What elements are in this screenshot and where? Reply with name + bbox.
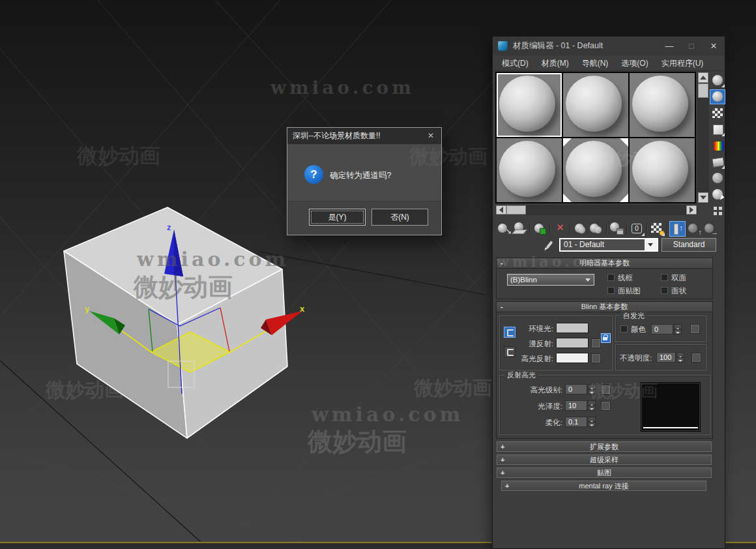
wire-checkbox[interactable] — [607, 274, 615, 281]
put-to-library-button[interactable] — [609, 221, 625, 237]
shader-type-dropdown[interactable]: (B)Blinn — [507, 274, 594, 286]
plane-icon — [512, 230, 527, 234]
extended-params-rollout[interactable]: + 扩展参数 — [497, 441, 712, 452]
diffuse-color-swatch[interactable] — [556, 338, 589, 348]
face-map-checkbox[interactable] — [607, 287, 615, 294]
two-sided-checkbox[interactable] — [661, 274, 668, 281]
sample-type-button[interactable] — [710, 73, 725, 88]
faceted-checkbox[interactable] — [661, 287, 668, 294]
material-id-channel-button[interactable]: 0 — [629, 221, 645, 237]
self-illum-map-button[interactable] — [690, 324, 700, 334]
specular-level-field[interactable]: 0 — [565, 384, 587, 394]
ambient-diffuse-padlock-icon[interactable] — [601, 333, 611, 343]
material-toolbar: ↘ ✕ 0 ↑ ↑ → — [495, 220, 722, 237]
horizontal-scroll-thumb[interactable] — [506, 205, 526, 215]
show-end-result-button[interactable]: ↑ — [669, 221, 686, 237]
material-map-navigator-button[interactable] — [710, 203, 725, 218]
blinn-rollout-title: Blinn 基本参数 — [581, 303, 628, 310]
menu-navigation[interactable]: 导航(N) — [575, 56, 615, 70]
expand-icon: + — [505, 481, 509, 490]
sample-slot-6[interactable] — [630, 138, 695, 202]
material-type-button[interactable]: Standard — [662, 238, 716, 252]
background-button[interactable] — [710, 106, 725, 121]
dialog-close-button[interactable]: ✕ — [424, 128, 437, 144]
show-material-in-viewport-button[interactable] — [649, 221, 665, 237]
wire-label: 线框 — [618, 273, 633, 283]
ambient-color-swatch[interactable] — [556, 323, 589, 333]
material-name-dropdown[interactable]: 01 - Default — [559, 238, 658, 252]
self-illum-spinner[interactable] — [674, 324, 682, 334]
opacity-value-field[interactable]: 100 — [656, 352, 676, 363]
scroll-right-button[interactable] — [686, 205, 697, 215]
self-illum-value-field[interactable]: 0 — [651, 324, 673, 334]
titlebar[interactable]: 材质编辑器 - 01 - Default — □ ✕ — [493, 37, 725, 56]
self-illum-checkbox[interactable] — [620, 325, 628, 333]
shader-rollout-header[interactable]: - 明暗器基本参数 — [496, 258, 713, 269]
reset-map-material-button[interactable]: ✕ — [552, 221, 568, 237]
right-arrow-icon — [690, 207, 693, 213]
get-material-button[interactable]: ↘ — [495, 221, 512, 237]
menu-material[interactable]: 材质(M) — [535, 56, 575, 70]
scroll-left-button[interactable] — [496, 205, 506, 215]
scroll-down-button[interactable] — [698, 192, 708, 203]
video-color-check-button[interactable] — [710, 138, 725, 153]
opacity-map-button[interactable] — [691, 353, 701, 363]
menu-utilities[interactable]: 实用程序(U) — [655, 56, 710, 70]
soften-field[interactable]: 0.1 — [565, 417, 587, 427]
blinn-rollout-header[interactable]: - Blinn 基本参数 — [496, 301, 713, 312]
dialog-titlebar[interactable]: 深圳--不论场景材质数量!! ✕ — [287, 128, 441, 144]
supersampling-rollout[interactable]: + 超级采样 — [497, 454, 712, 465]
sample-slot-5-in-scene[interactable] — [563, 138, 628, 202]
glossiness-map-button[interactable] — [601, 401, 611, 411]
minimize-button[interactable]: — — [658, 37, 680, 55]
glossiness-label: 光泽度: — [504, 402, 562, 411]
menu-mode[interactable]: 模式(D) — [495, 56, 535, 70]
specular-level-map-button[interactable] — [601, 385, 611, 394]
slots-horizontal-scrollbar[interactable] — [495, 205, 697, 215]
mental-ray-connection-rollout[interactable]: + mental ray 连接 — [501, 481, 706, 491]
diffuse-map-button[interactable] — [591, 338, 601, 348]
select-by-material-button[interactable] — [710, 187, 725, 202]
glossiness-field[interactable]: 10 — [565, 400, 587, 411]
menu-options[interactable]: 选项(O) — [615, 56, 654, 70]
maximize-button[interactable]: □ — [680, 37, 703, 55]
make-material-copy-button[interactable] — [572, 221, 589, 237]
ambient-label: 环境光: — [514, 324, 553, 334]
scroll-up-button[interactable] — [698, 72, 708, 83]
opacity-spinner[interactable] — [676, 352, 684, 363]
make-unique-button[interactable] — [589, 221, 605, 237]
put-material-to-scene-button[interactable] — [512, 221, 528, 237]
generate-preview-button[interactable] — [710, 155, 725, 170]
soften-spinner[interactable] — [588, 417, 596, 427]
dropdown-chevron-icon[interactable] — [645, 239, 657, 250]
pick-material-eyedropper-button[interactable] — [544, 239, 555, 252]
specular-level-spinner[interactable] — [588, 384, 596, 394]
vertical-scroll-thumb[interactable] — [698, 83, 708, 98]
sample-slot-1-active[interactable] — [497, 73, 562, 137]
red-x-icon: ✕ — [552, 222, 568, 233]
face-map-checkbox-row: 面贴图 — [607, 286, 660, 295]
options-button[interactable] — [710, 171, 725, 186]
specular-map-button[interactable] — [591, 353, 601, 363]
material-name-row: 01 - Default Standard — [493, 238, 725, 254]
arrow-icon: → — [711, 228, 718, 236]
no-button[interactable]: 否(N) — [371, 209, 428, 226]
slots-vertical-scrollbar[interactable] — [697, 72, 709, 203]
sample-uv-tiling-button[interactable] — [710, 122, 725, 137]
maps-rollout[interactable]: + 贴图 — [497, 467, 712, 478]
assign-material-to-selection-button[interactable] — [532, 221, 548, 237]
sample-slot-2[interactable] — [563, 73, 628, 137]
material-sphere — [632, 141, 688, 197]
close-button[interactable]: ✕ — [703, 37, 725, 55]
arrow-icon: ↘ — [506, 228, 512, 236]
go-forward-to-sibling-button[interactable]: → — [702, 221, 718, 237]
specular-color-swatch[interactable] — [556, 353, 589, 363]
glossiness-spinner[interactable] — [588, 400, 596, 411]
go-to-parent-button[interactable]: ↑ — [686, 221, 702, 237]
yes-button[interactable]: 是(Y) — [309, 209, 366, 226]
sample-slot-4[interactable] — [497, 138, 562, 202]
material-sphere — [499, 76, 555, 132]
toolbar-separator — [667, 223, 668, 234]
backlight-button[interactable] — [710, 89, 725, 104]
sample-slot-3[interactable] — [630, 73, 695, 137]
